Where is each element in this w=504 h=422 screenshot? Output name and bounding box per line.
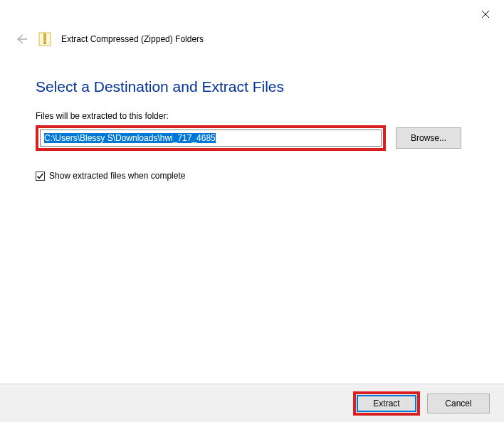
show-files-checkbox[interactable] <box>36 172 45 181</box>
wizard-header: Extract Compressed (Zipped) Folders <box>0 28 504 50</box>
show-files-checkbox-label[interactable]: Show extracted files when complete <box>49 171 185 181</box>
cancel-button[interactable]: Cancel <box>427 394 490 413</box>
back-arrow-icon <box>14 32 28 46</box>
browse-button[interactable]: Browse... <box>396 127 461 149</box>
back-button <box>14 32 28 46</box>
close-icon <box>481 10 490 19</box>
wizard-content: Select a Destination and Extract Files F… <box>0 50 504 181</box>
extract-button[interactable]: Extract <box>357 395 416 412</box>
extract-highlight-annotation: Extract <box>353 391 420 416</box>
checkmark-icon <box>36 172 44 180</box>
titlebar <box>0 0 504 28</box>
destination-row: C:\Users\Blessy S\Downloads\hwi_717_4685… <box>36 125 468 151</box>
show-files-checkbox-row: Show extracted files when complete <box>36 171 468 181</box>
wizard-footer: Extract Cancel <box>0 384 504 422</box>
zip-folder-icon <box>38 31 51 47</box>
svg-rect-9 <box>44 42 46 44</box>
page-heading: Select a Destination and Extract Files <box>36 78 468 95</box>
wizard-title: Extract Compressed (Zipped) Folders <box>61 34 204 44</box>
destination-path-input[interactable]: C:\Users\Blessy S\Downloads\hwi_717_4685 <box>40 130 382 147</box>
destination-label: Files will be extracted to this folder: <box>36 111 468 121</box>
path-highlight-annotation: C:\Users\Blessy S\Downloads\hwi_717_4685 <box>36 125 386 151</box>
destination-path-text: C:\Users\Blessy S\Downloads\hwi_717_4685 <box>44 133 216 143</box>
close-button[interactable] <box>480 9 491 20</box>
